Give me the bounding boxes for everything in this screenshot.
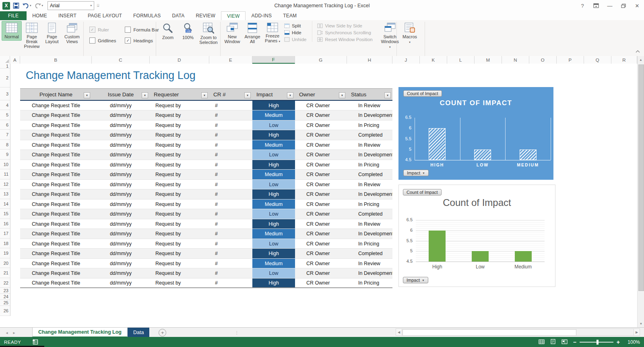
column-header-M[interactable]: M [475,56,502,64]
row-header-15[interactable]: 15 [0,209,10,219]
impact-badge[interactable]: Low [252,209,295,219]
vertical-scroll-up-arrow[interactable]: ▲ [637,56,644,64]
cell-issue_date[interactable]: dd/mm/yy [92,121,150,130]
column-header-cr-[interactable]: CR #▼ [209,89,252,100]
cell-cr[interactable]: # [209,170,252,179]
unhide-button[interactable]: Unhide [284,37,306,42]
cell-owner[interactable]: CR Owner [295,170,347,179]
cell-owner[interactable]: CR Owner [295,209,347,219]
sheet-tab-data[interactable]: Data [128,328,150,337]
cell-requester[interactable]: Request by [150,239,209,248]
column-header-A[interactable]: A [10,56,20,64]
cell-cr[interactable]: # [209,229,252,239]
pivot-chart-blue[interactable]: Count of Impact COUNT OF IMPACT Impact▼ … [398,87,553,180]
cell-project[interactable]: Change Request Title [20,160,92,169]
vertical-scroll-down-arrow[interactable]: ▼ [638,320,644,327]
column-header-F[interactable]: F [252,56,295,64]
horizontal-scrollbar[interactable]: ◀ ▶ [396,328,640,336]
table-row[interactable]: Change Request Titledd/mm/yyRequest by#H… [20,160,392,170]
cell-owner[interactable]: CR Owner [295,101,347,110]
column-header-O[interactable]: O [529,56,557,64]
column-header-D[interactable]: D [150,56,209,64]
cell-issue_date[interactable]: dd/mm/yy [92,239,150,248]
cell-cr[interactable]: # [209,121,252,130]
cell-cr[interactable]: # [209,150,252,160]
cell-requester[interactable]: Request by [150,278,209,287]
cell-issue_date[interactable]: dd/mm/yy [92,101,150,110]
cell-issue_date[interactable]: dd/mm/yy [92,199,150,209]
table-row[interactable]: Change Request Titledd/mm/yyRequest by#H… [20,278,392,288]
table-row[interactable]: Change Request Titledd/mm/yyRequest by#M… [20,140,392,150]
cell-owner[interactable]: CR Owner [295,110,347,120]
horizontal-scrollbar-thumb[interactable] [402,329,576,336]
cell-project[interactable]: Change Request Title [20,170,92,179]
cell-owner[interactable]: CR Owner [295,121,347,130]
tab-file[interactable]: FILE [0,11,27,20]
row-header-12[interactable]: 12 [0,179,10,189]
page-layout-view-button[interactable]: Page Layout [42,21,62,46]
cell-requester[interactable]: Request by [150,219,209,229]
tab-insert[interactable]: INSERT [53,11,82,20]
cell-cr[interactable]: # [209,199,252,209]
impact-badge[interactable]: Medium [252,259,295,268]
zoom-to-selection-button[interactable]: Zoom to Selection [198,21,219,46]
cell-requester[interactable]: Request by [150,101,209,110]
table-row[interactable]: Change Request Titledd/mm/yyRequest by#H… [20,219,392,229]
cell-cr[interactable]: # [209,160,252,169]
column-header-J[interactable]: J [392,56,420,64]
cell-project[interactable]: Change Request Title [20,110,92,120]
row-header-1[interactable]: 1 [0,64,10,69]
cell-cr[interactable]: # [209,219,252,229]
row-header-5[interactable]: 5 [0,110,10,120]
impact-badge[interactable]: Medium [252,140,295,150]
cell-project[interactable]: Change Request Title [20,199,92,209]
row-header-18[interactable]: 18 [0,239,10,248]
headings-checkbox[interactable]: ✓Headings [125,37,159,44]
cell-owner[interactable]: CR Owner [295,160,347,169]
cell-status[interactable]: In Pricing [347,239,392,248]
row-header-4[interactable]: 4 [0,100,10,110]
column-header-C[interactable]: C [92,56,150,64]
column-header-status[interactable]: Status▼ [347,89,392,100]
table-row[interactable]: Change Request Titledd/mm/yyRequest by#L… [20,121,392,130]
cell-issue_date[interactable]: dd/mm/yy [92,259,150,268]
cell-issue_date[interactable]: dd/mm/yy [92,278,150,287]
cell-project[interactable]: Change Request Title [20,150,92,160]
table-row[interactable]: Change Request Titledd/mm/yyRequest by#M… [20,229,392,239]
cell-issue_date[interactable]: dd/mm/yy [92,150,150,160]
close-button[interactable]: ✕ [630,0,644,11]
cell-cr[interactable]: # [209,189,252,199]
cell-owner[interactable]: CR Owner [295,130,347,140]
sheet-title-cell[interactable]: Change Management Tracking Log [26,69,196,82]
tab-team[interactable]: TEAM [277,11,302,20]
column-header-B[interactable]: B [20,56,92,64]
table-row[interactable]: Change Request Titledd/mm/yyRequest by#H… [20,101,392,110]
cell-project[interactable]: Change Request Title [20,239,92,248]
filter-dropdown-icon[interactable]: ▼ [339,92,345,98]
cell-owner[interactable]: CR Owner [295,278,347,287]
vertical-scrollbar-thumb[interactable] [638,64,644,291]
row-header-23[interactable]: 23 [0,288,10,294]
cell-project[interactable]: Change Request Title [20,249,92,258]
zoom-in-button[interactable]: + [617,339,620,345]
minimize-button[interactable]: — [603,0,617,11]
zoom-out-button[interactable]: − [573,339,576,345]
sheet-grid[interactable]: 1234567891011121314151617181920212223242… [0,64,644,327]
table-row[interactable]: Change Request Titledd/mm/yyRequest by#L… [20,209,392,219]
table-row[interactable]: Change Request Titledd/mm/yyRequest by#L… [20,150,392,160]
impact-badge[interactable]: High [252,278,295,287]
column-header-issue-date[interactable]: Issue Date▼ [92,89,150,100]
page-layout-view-shortcut-icon[interactable] [550,339,556,346]
cell-cr[interactable]: # [209,239,252,248]
row-header-16[interactable]: 16 [0,219,10,229]
chart-white[interactable]: Count of Impact Count of Impact Impact▼ … [398,185,555,287]
cell-project[interactable]: Change Request Title [20,219,92,229]
cell-project[interactable]: Change Request Title [20,189,92,199]
table-row[interactable]: Change Request Titledd/mm/yyRequest by#L… [20,239,392,249]
cell-status[interactable]: In Development [347,150,392,160]
cell-project[interactable]: Change Request Title [20,229,92,239]
tab-home[interactable]: HOME [27,11,53,20]
gridlines-checkbox[interactable]: Gridlines [89,37,116,44]
cell-requester[interactable]: Request by [150,110,209,120]
impact-badge[interactable]: High [252,130,295,140]
